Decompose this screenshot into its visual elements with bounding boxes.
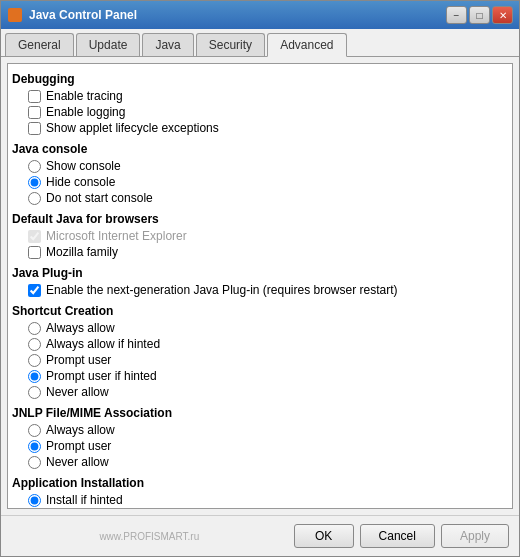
list-item: Prompt user if hinted (28, 368, 508, 384)
shortcut-always-label: Always allow (46, 321, 115, 335)
next-gen-plugin-label: Enable the next-generation Java Plug-in … (46, 283, 398, 297)
list-item: Enable the next-generation Java Plug-in … (28, 282, 508, 298)
tab-general[interactable]: General (5, 33, 74, 56)
cancel-button[interactable]: Cancel (360, 524, 435, 548)
tabs-bar: General Update Java Security Advanced (1, 29, 519, 57)
close-button[interactable]: ✕ (492, 6, 513, 24)
list-item: Install if shortcut created (28, 508, 508, 509)
list-item: Hide console (28, 174, 508, 190)
list-item: Prompt user (28, 352, 508, 368)
watermark: www.PROFISMART.ru (11, 531, 288, 542)
shortcut-never-label: Never allow (46, 385, 109, 399)
app-icon (7, 7, 23, 23)
list-item: Show applet lifecycle exceptions (28, 120, 508, 136)
section-java-plugin: Java Plug-in (12, 266, 508, 280)
main-window: Java Control Panel − □ ✕ General Update … (0, 0, 520, 557)
list-item: Install if hinted (28, 492, 508, 508)
jnlp-never-label: Never allow (46, 455, 109, 469)
section-jnlp: JNLP File/MIME Association (12, 406, 508, 420)
app-install-hinted-radio[interactable] (28, 494, 41, 507)
mozilla-label: Mozilla family (46, 245, 118, 259)
list-item: Always allow (28, 320, 508, 336)
content-area: Debugging Enable tracing Enable logging … (1, 57, 519, 515)
list-item: Never allow (28, 454, 508, 470)
show-console-radio[interactable] (28, 160, 41, 173)
tab-java[interactable]: Java (142, 33, 193, 56)
msie-label: Microsoft Internet Explorer (46, 229, 187, 243)
jnlp-always-radio[interactable] (28, 424, 41, 437)
shortcut-prompt-radio[interactable] (28, 354, 41, 367)
tab-security[interactable]: Security (196, 33, 265, 56)
list-item: Never allow (28, 384, 508, 400)
shortcut-always-hinted-radio[interactable] (28, 338, 41, 351)
shortcut-always-radio[interactable] (28, 322, 41, 335)
tab-update[interactable]: Update (76, 33, 141, 56)
list-item: Prompt user (28, 438, 508, 454)
title-bar: Java Control Panel − □ ✕ (1, 1, 519, 29)
shortcut-prompt-label: Prompt user (46, 353, 111, 367)
jnlp-prompt-radio[interactable] (28, 440, 41, 453)
list-item: Microsoft Internet Explorer (28, 228, 508, 244)
applet-lifecycle-checkbox[interactable] (28, 122, 41, 135)
settings-panel: Debugging Enable tracing Enable logging … (7, 63, 513, 509)
section-java-console: Java console (12, 142, 508, 156)
applet-lifecycle-label: Show applet lifecycle exceptions (46, 121, 219, 135)
hide-console-label: Hide console (46, 175, 115, 189)
window-title: Java Control Panel (29, 8, 446, 22)
enable-tracing-label: Enable tracing (46, 89, 123, 103)
jnlp-prompt-label: Prompt user (46, 439, 111, 453)
app-install-hinted-label: Install if hinted (46, 493, 123, 507)
list-item: Mozilla family (28, 244, 508, 260)
list-item: Enable tracing (28, 88, 508, 104)
tab-advanced[interactable]: Advanced (267, 33, 346, 57)
enable-logging-label: Enable logging (46, 105, 125, 119)
list-item: Always allow (28, 422, 508, 438)
enable-tracing-checkbox[interactable] (28, 90, 41, 103)
list-item: Enable logging (28, 104, 508, 120)
footer: www.PROFISMART.ru OK Cancel Apply (1, 515, 519, 556)
section-app-installation: Application Installation (12, 476, 508, 490)
next-gen-plugin-checkbox[interactable] (28, 284, 41, 297)
enable-logging-checkbox[interactable] (28, 106, 41, 119)
list-item: Always allow if hinted (28, 336, 508, 352)
maximize-button[interactable]: □ (469, 6, 490, 24)
shortcut-never-radio[interactable] (28, 386, 41, 399)
section-shortcut: Shortcut Creation (12, 304, 508, 318)
window-controls: − □ ✕ (446, 6, 513, 24)
show-console-label: Show console (46, 159, 121, 173)
jnlp-always-label: Always allow (46, 423, 115, 437)
section-default-java: Default Java for browsers (12, 212, 508, 226)
shortcut-prompt-hinted-label: Prompt user if hinted (46, 369, 157, 383)
list-item: Do not start console (28, 190, 508, 206)
shortcut-always-hinted-label: Always allow if hinted (46, 337, 160, 351)
no-start-console-radio[interactable] (28, 192, 41, 205)
minimize-button[interactable]: − (446, 6, 467, 24)
msie-checkbox[interactable] (28, 230, 41, 243)
shortcut-prompt-hinted-radio[interactable] (28, 370, 41, 383)
ok-button[interactable]: OK (294, 524, 354, 548)
no-start-console-label: Do not start console (46, 191, 153, 205)
mozilla-checkbox[interactable] (28, 246, 41, 259)
hide-console-radio[interactable] (28, 176, 41, 189)
list-item: Show console (28, 158, 508, 174)
jnlp-never-radio[interactable] (28, 456, 41, 469)
apply-button[interactable]: Apply (441, 524, 509, 548)
section-debugging: Debugging (12, 72, 508, 86)
